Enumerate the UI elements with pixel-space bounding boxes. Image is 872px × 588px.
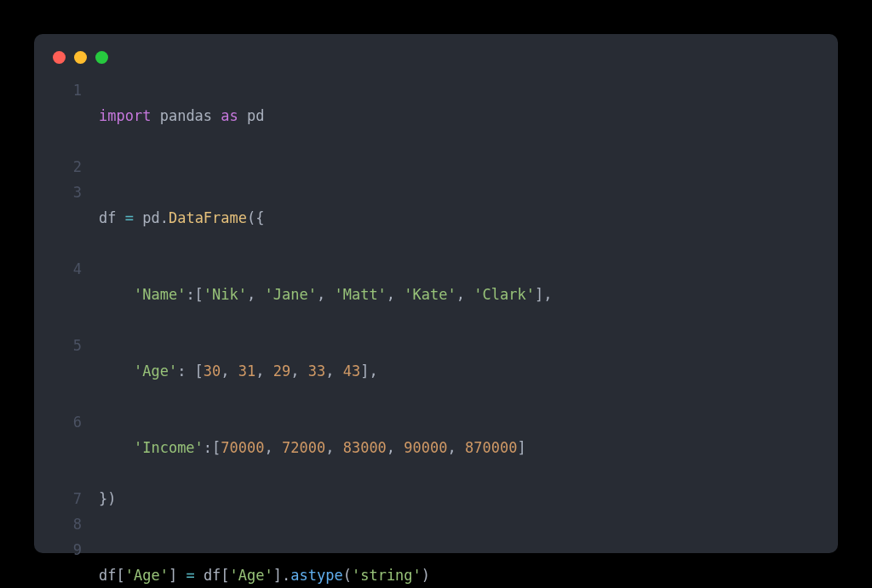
line-number: 3: [53, 180, 99, 256]
line-number: 2: [53, 154, 99, 180]
line-number: 9: [53, 537, 99, 588]
keyword-as: as: [221, 107, 238, 124]
code-editor: 1 import pandas as pd 2 3 df = pd.DataFr…: [34, 77, 838, 588]
class-dataframe: DataFrame: [169, 209, 247, 226]
code-line: 6 'Income':[70000, 72000, 83000, 90000, …: [53, 409, 838, 486]
code-line: 3 df = pd.DataFrame({: [53, 180, 838, 256]
line-number: 6: [53, 409, 99, 486]
code-line: 9 df['Age'] = df['Age'].astype('string'): [53, 537, 838, 588]
code-line: 7 }): [53, 486, 838, 511]
code-line: 1 import pandas as pd: [53, 77, 838, 154]
module-pandas: pandas: [160, 107, 212, 124]
window-controls: [34, 51, 838, 77]
code-line: 4 'Name':['Nik', 'Jane', 'Matt', 'Kate',…: [53, 256, 838, 333]
code-line: 2: [53, 154, 838, 180]
minimize-icon[interactable]: [74, 51, 87, 64]
line-number: 1: [53, 77, 99, 154]
close-icon[interactable]: [53, 51, 66, 64]
line-number: 5: [53, 333, 99, 409]
code-line: 5 'Age': [30, 31, 29, 33, 43],: [53, 333, 838, 409]
line-number: 8: [53, 511, 99, 537]
line-number: 7: [53, 486, 99, 511]
keyword-import: import: [99, 107, 151, 124]
code-line: 8: [53, 511, 838, 537]
alias-pd: pd: [247, 107, 264, 124]
code-window: 1 import pandas as pd 2 3 df = pd.DataFr…: [34, 34, 838, 553]
zoom-icon[interactable]: [95, 51, 108, 64]
line-number: 4: [53, 256, 99, 333]
method-astype: astype: [290, 567, 342, 584]
